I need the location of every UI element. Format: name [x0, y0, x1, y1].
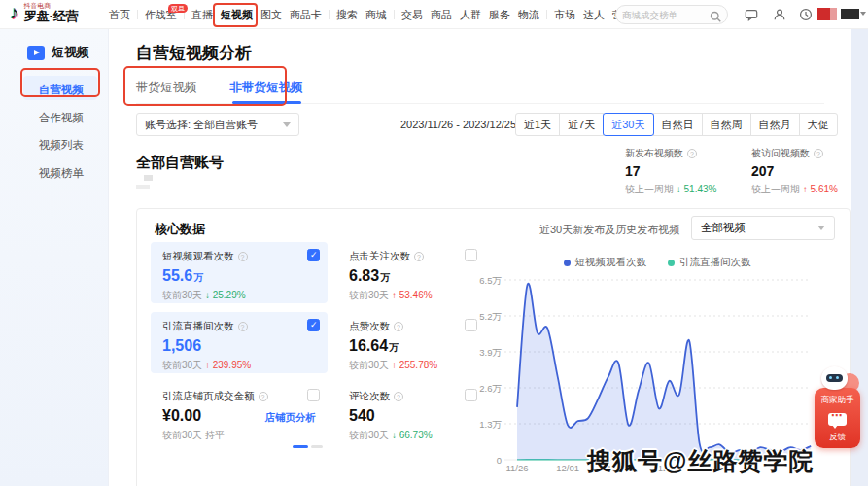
brand-logo[interactable]: ♪ 抖音电商 罗盘·经营 [10, 2, 79, 23]
topnav-item[interactable]: 物流 [515, 8, 542, 22]
watermark: 搜狐号@丝路赞学院 [587, 445, 814, 477]
date-range-button[interactable]: 自然月 [750, 113, 800, 136]
metric-value: 540 [349, 407, 375, 425]
summary-stat: 被访问视频数 207 较上一周期 ↑ 5.61% [751, 147, 856, 196]
info-icon[interactable] [414, 252, 424, 261]
info-icon[interactable] [238, 252, 248, 261]
sidebar-item[interactable]: 合作视频 [39, 111, 84, 125]
info-icon[interactable] [394, 392, 403, 401]
redacted-block [144, 175, 153, 181]
info-icon[interactable] [687, 149, 697, 158]
info-icon[interactable] [238, 322, 248, 331]
cards-pagination [293, 445, 323, 448]
metric-card[interactable]: 引流直播间次数 1,506 较前30天 ↑ 239.95% [151, 312, 328, 373]
metric-delta: ↓ 66.73% [392, 430, 433, 440]
nav-divider [394, 10, 395, 19]
robot-eye [836, 376, 839, 379]
metric-checkbox[interactable] [465, 249, 477, 261]
legend-item[interactable]: 引流直播间次数 [668, 256, 751, 269]
metric-cards: 短视频观看次数 55.6 万 较前30天 ↓ 25.29% 点击关注次数 6.8… [151, 242, 485, 443]
pagination-dot[interactable] [311, 445, 323, 448]
pagination-dot-active[interactable] [293, 445, 308, 448]
stat-delta: ↑ 5.61% [803, 184, 838, 194]
topnav-item[interactable]: 搜索 [333, 8, 361, 22]
topnav-item[interactable]: 服务 [486, 8, 513, 22]
sidebar-section-video[interactable]: 短视频 [27, 44, 89, 61]
topnav-item[interactable]: 商品 [428, 8, 455, 22]
metric-card[interactable]: 点击关注次数 6.83 万 较前30天 ↑ 53.46% [337, 242, 485, 303]
date-button-group: 近1天近7天近30天自然日自然周自然月大促 [515, 113, 838, 136]
metric-value: 6.83 [349, 267, 379, 285]
info-icon[interactable] [814, 149, 823, 158]
brand-name: 罗盘·经营 [24, 10, 79, 22]
chart-filter-label: 近30天新发布及历史发布视频 [539, 223, 679, 237]
avatar-edge [830, 8, 837, 20]
topnav-item[interactable]: 商城 [363, 8, 390, 22]
clock-icon[interactable] [799, 8, 813, 21]
message-icon[interactable] [745, 8, 758, 21]
user-icon[interactable] [773, 8, 786, 21]
metric-card[interactable]: 评论次数 540 较前30天 ↓ 66.73% [337, 382, 485, 443]
topnav-item[interactable]: 市场 [551, 8, 578, 22]
date-range-button[interactable]: 大促 [799, 113, 838, 136]
date-range-button[interactable]: 自然日 [653, 113, 703, 136]
annotation-box-tabs [123, 66, 287, 106]
metric-card[interactable]: 引流店铺页成交金额 ¥0.00 店铺页分析 较前30天 持平 [151, 382, 328, 443]
video-icon [27, 46, 45, 60]
sidebar-item[interactable]: 视频列表 [39, 138, 84, 153]
chevron-down-icon[interactable] [860, 12, 866, 16]
account-name-redacted[interactable] [841, 9, 859, 19]
metric-value: 55.6 [162, 267, 192, 285]
metric-checkbox[interactable] [307, 249, 320, 261]
annotation-box-sidebar [20, 68, 100, 97]
topnav-item[interactable]: 直播 [189, 8, 216, 22]
stat-delta: ↓ 51.43% [677, 184, 717, 194]
info-icon[interactable] [394, 322, 403, 331]
date-range-button[interactable]: 近1天 [515, 113, 560, 136]
account-summary-title: 全部自营账号 [136, 154, 224, 172]
shop-page-analysis-link[interactable]: 店铺页分析 [265, 411, 317, 425]
nav-divider [546, 10, 547, 19]
chevron-down-icon [283, 122, 291, 127]
info-icon[interactable] [259, 392, 268, 401]
metric-card[interactable]: 短视频观看次数 55.6 万 较前30天 ↓ 25.29% [151, 242, 328, 303]
metric-checkbox[interactable] [307, 319, 320, 331]
top-bar: ♪ 抖音电商 罗盘·经营 首页 作战室 双旦 直播 短视频 图文 商品卡 搜索 … [0, 0, 868, 29]
annotation-box-nav [213, 3, 258, 27]
topbar-search[interactable] [615, 5, 728, 24]
chevron-down-icon [817, 226, 825, 230]
topnav-item[interactable]: 图文 [258, 8, 285, 22]
date-range-button[interactable]: 近7天 [559, 113, 604, 136]
legend-dot-icon [564, 260, 571, 266]
topnav-item[interactable]: 商品卡 [287, 8, 325, 22]
top-navigation: 首页 作战室 双旦 直播 短视频 图文 商品卡 搜索 商城 交易 商品 人群 服… [105, 0, 638, 29]
metric-value: ¥0.00 [162, 407, 201, 425]
metric-card[interactable]: 点赞次数 16.64 万 较前30天 ↑ 255.78% [337, 312, 485, 373]
metric-delta: 持平 [205, 430, 225, 440]
metric-checkbox[interactable] [307, 389, 320, 401]
metric-value: 1,506 [162, 337, 201, 355]
metric-delta: ↓ 25.29% [205, 290, 246, 300]
topnav-item[interactable]: 人群 [457, 8, 484, 22]
video-scope-select[interactable]: 全部视频 [691, 216, 835, 240]
page-title: 自营短视频分析 [136, 42, 252, 64]
search-input[interactable] [622, 10, 710, 20]
search-icon[interactable] [710, 9, 721, 20]
avatar[interactable] [817, 8, 830, 20]
stat-value: 207 [751, 163, 856, 179]
legend-item[interactable]: 短视频观看次数 [564, 256, 647, 269]
chart-legend: 短视频观看次数 引流直播间次数 [506, 256, 808, 269]
feedback-chat-icon[interactable] [828, 413, 847, 426]
topnav-item[interactable]: 交易 [399, 8, 426, 22]
account-select[interactable]: 账号选择: 全部自营账号 [136, 113, 299, 136]
robot-eye [829, 376, 832, 379]
topnav-item[interactable]: 首页 [106, 8, 133, 22]
nav-divider [137, 10, 138, 19]
topnav-item[interactable]: 作战室 双旦 [142, 8, 180, 22]
date-range-button[interactable]: 自然周 [702, 113, 751, 136]
date-range-button[interactable]: 近30天 [603, 113, 653, 136]
promo-badge: 双旦 [168, 4, 188, 14]
app-root: ♪ 抖音电商 罗盘·经营 首页 作战室 双旦 直播 短视频 图文 商品卡 搜索 … [0, 0, 868, 486]
topnav-item[interactable]: 达人 [580, 8, 608, 22]
sidebar-item[interactable]: 视频榜单 [39, 166, 84, 181]
